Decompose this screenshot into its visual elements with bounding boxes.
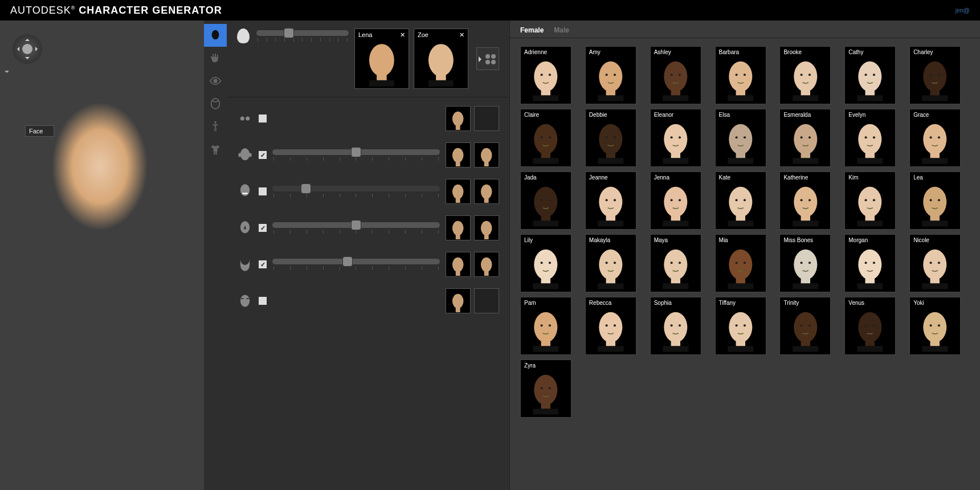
tab-hand[interactable] [204,47,227,70]
svg-rect-15 [428,80,454,86]
tab-hair[interactable] [204,92,227,115]
svg-point-101 [735,136,737,138]
preset-evelyn[interactable]: Evelyn [844,109,896,167]
preset-venus[interactable]: Venus [844,297,896,355]
preset-jada[interactable]: Jada [520,172,571,230]
svg-point-103 [794,124,817,154]
eyes-thumb-a[interactable] [446,106,471,131]
user-link[interactable]: jim@ [956,7,970,14]
jaw-override-checkbox[interactable] [259,260,267,268]
toggle-gallery-button[interactable] [476,47,499,70]
svg-rect-6 [214,128,215,132]
preset-elsa[interactable]: Elsa [715,109,766,167]
preset-lea[interactable]: Lea [909,172,961,230]
preset-debbie[interactable]: Debbie [585,109,636,167]
preset-eleanor[interactable]: Eleanor [650,109,701,167]
remove-source-a[interactable]: ✕ [400,31,405,39]
brows-thumb-b[interactable] [474,288,499,313]
preset-adrienne[interactable]: Adrienne [520,46,571,104]
svg-point-88 [599,124,622,154]
svg-rect-225 [533,409,558,414]
mouth-thumb-a[interactable] [446,179,471,204]
global-blend-slider[interactable] [256,30,349,42]
jaw-thumb-b[interactable] [474,252,499,277]
preset-zyra[interactable]: Zyra [520,360,571,418]
svg-rect-130 [663,220,688,226]
preset-cathy[interactable]: Cathy [844,46,896,104]
svg-point-122 [549,199,551,201]
svg-rect-155 [533,283,558,289]
preset-yoki[interactable]: Yoki [909,297,961,355]
nose-thumb-b[interactable] [474,215,499,240]
preset-morgan[interactable]: Morgan [844,234,896,292]
svg-rect-38 [484,234,489,240]
preset-kate[interactable]: Kate [715,172,766,230]
preset-mia[interactable]: Mia [715,234,766,292]
ears-blend-slider[interactable] [272,149,440,161]
svg-rect-24 [456,161,460,167]
svg-rect-170 [728,283,753,289]
svg-point-127 [614,199,616,201]
preset-miss-bones[interactable]: Miss Bones [779,234,831,292]
preset-rebecca[interactable]: Rebecca [585,297,636,355]
svg-point-66 [735,74,737,76]
orbit-control[interactable] [13,34,42,64]
nose-blend-slider[interactable] [272,222,440,234]
ears-override-checkbox[interactable] [259,151,267,159]
svg-point-39 [452,258,464,272]
preset-makayla[interactable]: Makayla [585,234,636,292]
mouth-thumb-b[interactable] [474,179,499,204]
viewport-3d[interactable]: Face [0,21,204,490]
eyes-thumb-b[interactable] [474,106,499,131]
preset-katherine[interactable]: Katherine [779,172,831,230]
svg-point-163 [664,250,687,280]
tab-body[interactable] [204,115,227,138]
preset-jeanne[interactable]: Jeanne [585,172,636,230]
preset-brooke[interactable]: Brooke [779,46,831,104]
preset-lily[interactable]: Lily [520,234,571,292]
ears-thumb-a[interactable] [446,142,471,168]
preset-nicole[interactable]: Nicole [909,234,961,292]
ears-thumb-b[interactable] [474,142,499,168]
eyes-override-checkbox[interactable] [259,115,267,122]
brows-override-checkbox[interactable] [259,297,267,305]
remove-source-b[interactable]: ✕ [459,31,464,39]
svg-point-192 [549,324,551,326]
svg-point-121 [541,199,543,201]
mouth-blend-slider[interactable] [272,186,440,197]
source-a-slot[interactable]: Lena ✕ [354,28,409,89]
svg-point-136 [735,199,737,201]
preset-claire[interactable]: Claire [520,109,571,167]
preset-kim[interactable]: Kim [844,172,896,230]
svg-point-107 [808,136,811,138]
tab-clothing[interactable] [204,138,227,161]
tab-face[interactable] [204,24,227,47]
nose-thumb-a[interactable] [446,215,471,240]
preset-barbara[interactable]: Barbara [715,46,766,104]
nose-override-checkbox[interactable] [259,224,267,232]
jaw-thumb-a[interactable] [446,252,471,277]
source-b-slot[interactable]: Zoe ✕ [414,28,468,89]
mouth-override-checkbox[interactable] [259,187,267,195]
jaw-blend-slider[interactable] [272,259,440,270]
svg-point-29 [452,185,464,199]
svg-point-41 [481,258,492,272]
preset-trinity[interactable]: Trinity [779,297,831,355]
tab-eye[interactable] [204,70,227,92]
gender-tab-male[interactable]: Male [554,26,569,34]
svg-point-207 [744,324,746,326]
preset-esmeralda[interactable]: Esmeralda [779,109,831,167]
preset-tiffany[interactable]: Tiffany [715,297,766,355]
gender-tab-female[interactable]: Female [520,26,544,34]
preset-maya[interactable]: Maya [650,234,701,292]
preset-jenna[interactable]: Jenna [650,172,701,230]
preset-pam[interactable]: Pam [520,297,571,355]
brows-thumb-a[interactable] [446,288,471,313]
preset-sophia[interactable]: Sophia [650,297,701,355]
svg-point-18 [452,112,464,126]
preset-grace[interactable]: Grace [909,109,961,167]
preset-charley[interactable]: Charley [909,46,961,104]
preset-ashley[interactable]: Ashley [650,46,701,104]
svg-point-178 [859,250,882,280]
preset-amy[interactable]: Amy [585,46,636,104]
